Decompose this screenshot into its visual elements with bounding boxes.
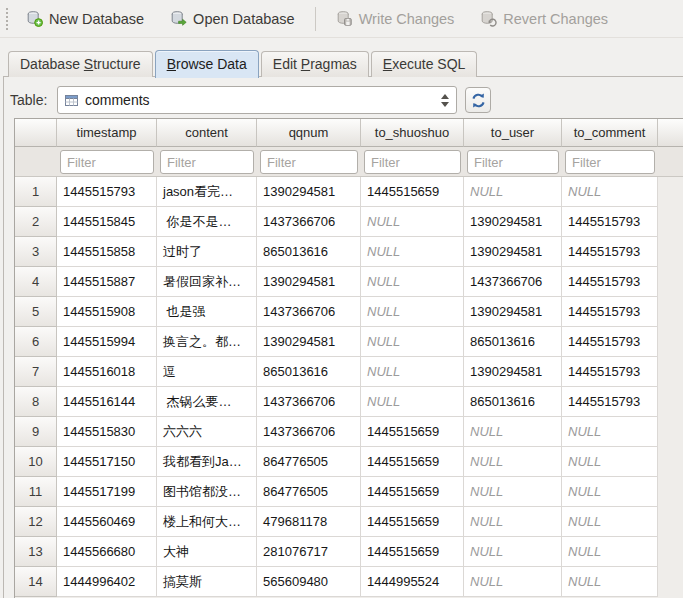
table-cell[interactable]: 865013616 — [257, 357, 361, 387]
table-cell[interactable]: NULL — [562, 177, 658, 207]
table-cell[interactable]: NULL — [562, 567, 658, 597]
table-cell[interactable]: 1445560469 — [57, 507, 157, 537]
table-cell[interactable]: 1445515659 — [361, 417, 464, 447]
column-header-qqnum[interactable]: qqnum — [257, 119, 361, 147]
table-cell[interactable]: jason看完… — [157, 177, 257, 207]
combobox-spinner-icon[interactable] — [438, 94, 452, 107]
table-cell[interactable]: 搞莫斯 — [157, 567, 257, 597]
tab-edit-pragmas[interactable]: Edit Pragmas — [261, 51, 369, 77]
table-cell[interactable]: 图书馆都没… — [157, 477, 257, 507]
filter-input-to_shuoshuo[interactable] — [364, 150, 461, 174]
table-cell[interactable]: 1390294581 — [464, 297, 562, 327]
corner-header-cell[interactable] — [15, 119, 57, 147]
table-cell[interactable]: 1445516144 — [57, 387, 157, 417]
table-cell[interactable]: NULL — [361, 327, 464, 357]
table-cell[interactable]: 1445515908 — [57, 297, 157, 327]
row-number[interactable]: 1 — [15, 177, 57, 207]
table-cell[interactable]: 1445515858 — [57, 237, 157, 267]
table-cell[interactable]: NULL — [562, 507, 658, 537]
table-cell[interactable]: 479681178 — [257, 507, 361, 537]
table-cell[interactable]: NULL — [361, 267, 464, 297]
row-number[interactable]: 5 — [15, 297, 57, 327]
table-cell[interactable]: 1390294581 — [257, 267, 361, 297]
table-cell[interactable]: 865013616 — [464, 387, 562, 417]
new-database-button[interactable]: New Database — [18, 6, 152, 31]
table-cell[interactable]: 1445515793 — [562, 237, 658, 267]
table-cell[interactable]: 1445515793 — [562, 207, 658, 237]
table-cell[interactable]: 1445515793 — [562, 387, 658, 417]
column-header-to_user[interactable]: to_user — [464, 119, 562, 147]
table-cell[interactable]: 逗 — [157, 357, 257, 387]
row-number[interactable]: 11 — [15, 477, 57, 507]
filter-input-to_comment[interactable] — [565, 150, 655, 174]
row-number[interactable]: 3 — [15, 237, 57, 267]
table-cell[interactable]: 1445515793 — [562, 267, 658, 297]
table-cell[interactable]: NULL — [562, 537, 658, 567]
table-cell[interactable]: 换言之。都… — [157, 327, 257, 357]
table-cell[interactable]: NULL — [464, 177, 562, 207]
table-cell[interactable]: 1437366706 — [257, 297, 361, 327]
table-cell[interactable]: 1445515659 — [361, 537, 464, 567]
table-cell[interactable]: 1437366706 — [257, 387, 361, 417]
table-cell[interactable]: 865013616 — [464, 327, 562, 357]
row-number[interactable]: 4 — [15, 267, 57, 297]
table-cell[interactable]: 1390294581 — [464, 357, 562, 387]
filter-input-timestamp[interactable] — [60, 150, 154, 174]
table-cell[interactable]: 1445515659 — [361, 507, 464, 537]
table-cell[interactable]: 1390294581 — [464, 237, 562, 267]
tab-database-structure[interactable]: Database Structure — [8, 51, 153, 77]
refresh-button[interactable] — [465, 87, 491, 113]
table-cell[interactable]: 1445515994 — [57, 327, 157, 357]
table-cell[interactable]: 1444996402 — [57, 567, 157, 597]
table-cell[interactable]: 杰锅么要… — [157, 387, 257, 417]
filter-input-to_user[interactable] — [467, 150, 559, 174]
table-cell[interactable]: NULL — [562, 417, 658, 447]
table-cell[interactable]: 1437366706 — [464, 267, 562, 297]
table-cell[interactable]: 565609480 — [257, 567, 361, 597]
tab-browse-data[interactable]: Browse Data — [155, 50, 259, 78]
table-cell[interactable]: 1445515793 — [57, 177, 157, 207]
table-cell[interactable]: NULL — [464, 567, 562, 597]
table-cell[interactable]: NULL — [464, 477, 562, 507]
table-cell[interactable]: 1390294581 — [257, 327, 361, 357]
table-cell[interactable]: 1445517199 — [57, 477, 157, 507]
table-cell[interactable]: 大神 — [157, 537, 257, 567]
table-cell[interactable]: NULL — [361, 207, 464, 237]
table-cell[interactable]: 1445515793 — [562, 357, 658, 387]
row-number[interactable]: 2 — [15, 207, 57, 237]
table-cell[interactable]: 1390294581 — [464, 207, 562, 237]
table-cell[interactable]: 1445515845 — [57, 207, 157, 237]
column-header-content[interactable]: content — [157, 119, 257, 147]
table-cell[interactable]: NULL — [361, 237, 464, 267]
table-cell[interactable]: NULL — [464, 447, 562, 477]
table-cell[interactable]: 也是强 — [157, 297, 257, 327]
filter-input-content[interactable] — [160, 150, 254, 174]
column-header-to_shuoshuo[interactable]: to_shuoshuo — [361, 119, 464, 147]
row-number[interactable]: 6 — [15, 327, 57, 357]
table-cell[interactable]: 暑假回家补… — [157, 267, 257, 297]
table-cell[interactable]: 过时了 — [157, 237, 257, 267]
table-cell[interactable]: NULL — [464, 507, 562, 537]
row-number[interactable]: 13 — [15, 537, 57, 567]
table-cell[interactable]: 1445566680 — [57, 537, 157, 567]
row-number[interactable]: 14 — [15, 567, 57, 597]
write-changes-button[interactable]: Write Changes — [328, 6, 463, 31]
table-cell[interactable]: 1437366706 — [257, 417, 361, 447]
table-cell[interactable]: 865013616 — [257, 237, 361, 267]
table-cell[interactable]: 1445517150 — [57, 447, 157, 477]
table-cell[interactable]: 1445515659 — [361, 477, 464, 507]
column-header-timestamp[interactable]: timestamp — [57, 119, 157, 147]
revert-changes-button[interactable]: Revert Changes — [472, 6, 616, 31]
table-cell[interactable]: 1445515793 — [562, 327, 658, 357]
table-cell[interactable]: NULL — [464, 417, 562, 447]
column-header-to_comment[interactable]: to_comment — [562, 119, 658, 147]
table-cell[interactable]: 864776505 — [257, 477, 361, 507]
table-cell[interactable]: 281076717 — [257, 537, 361, 567]
table-cell[interactable]: 1445515659 — [361, 447, 464, 477]
table-cell[interactable]: 1445515659 — [361, 177, 464, 207]
row-number[interactable]: 7 — [15, 357, 57, 387]
table-cell[interactable]: 你是不是… — [157, 207, 257, 237]
table-cell[interactable]: 1390294581 — [257, 177, 361, 207]
table-cell[interactable]: NULL — [562, 447, 658, 477]
table-cell[interactable]: 1445515830 — [57, 417, 157, 447]
